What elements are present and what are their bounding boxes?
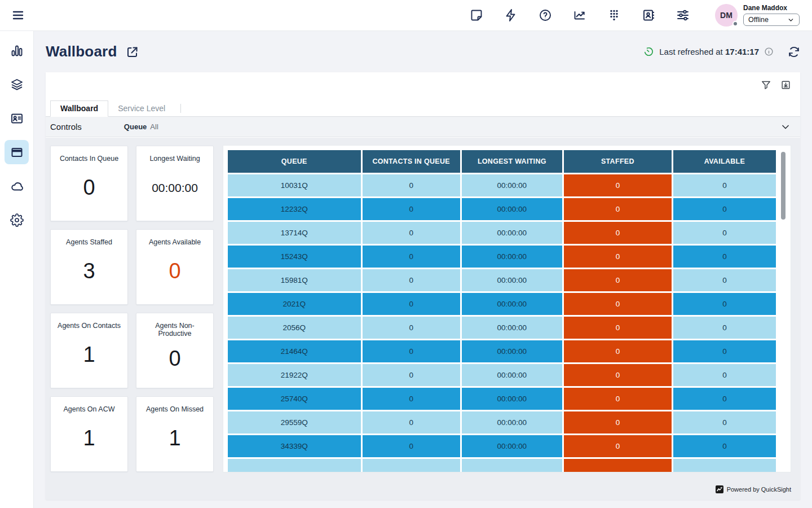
metrics-icon[interactable]	[573, 8, 586, 22]
table-cell	[673, 459, 776, 472]
info-icon[interactable]	[764, 47, 774, 56]
help-icon[interactable]	[539, 8, 552, 22]
kpi-value: 0	[169, 338, 180, 388]
sidebar-item-wallboard[interactable]	[5, 140, 29, 164]
sidebar-item-settings[interactable]	[5, 208, 29, 232]
table-cell: 00:00:00	[462, 340, 562, 362]
table-cell: 0	[673, 246, 776, 268]
kpi-label: Agents On Missed	[143, 405, 207, 413]
filter-icon[interactable]	[761, 80, 771, 90]
tab-wallboard[interactable]: Wallboard	[50, 100, 108, 117]
tab-service-level[interactable]: Service Level	[108, 101, 175, 116]
lightning-icon[interactable]	[504, 8, 518, 22]
quicksight-footer: Powered by QuickSight	[716, 485, 791, 493]
table-cell: 0	[363, 269, 460, 291]
sidebar-item-analytics[interactable]	[5, 38, 29, 63]
avatar[interactable]: DM	[715, 4, 738, 27]
table-header-cell[interactable]: CONTACTS IN QUEUE	[363, 150, 460, 173]
layers-icon	[10, 78, 24, 91]
status-select[interactable]: Offline	[743, 14, 800, 26]
table-cell: 0	[564, 293, 672, 315]
queue-name-cell: 21464Q	[228, 340, 361, 362]
top-bar: DM Dane Maddox Offline	[0, 0, 812, 31]
wallboard-window-icon	[10, 146, 24, 159]
queue-table: QUEUECONTACTS IN QUEUELONGEST WAITINGSTA…	[228, 150, 776, 472]
sidebar-item-contacts[interactable]	[5, 106, 29, 130]
table-cell: 0	[673, 340, 776, 362]
table-cell: 0	[564, 246, 672, 268]
table-cell: 0	[363, 364, 460, 386]
auto-refresh-timer-icon	[643, 46, 654, 57]
powered-by-text: Powered by QuickSight	[727, 486, 791, 493]
table-header-cell[interactable]: AVAILABLE	[673, 150, 776, 173]
table-cell: 0	[363, 317, 460, 339]
table-cell	[462, 459, 562, 472]
queue-name-cell: 12232Q	[228, 198, 361, 220]
topbar-actions: DM Dane Maddox Offline	[470, 4, 812, 27]
queue-name-cell	[228, 459, 361, 472]
table-cell: 0	[363, 435, 460, 457]
queue-filter[interactable]: Queue All	[124, 122, 158, 131]
table-cell: 0	[363, 174, 460, 196]
controls-collapse-chevron-icon[interactable]	[780, 121, 791, 133]
table-cell: 0	[673, 388, 776, 410]
dialpad-icon[interactable]	[607, 8, 621, 22]
last-refreshed-text: Last refreshed at 17:41:17	[659, 47, 759, 56]
table-cell: 00:00:00	[462, 411, 562, 433]
table-cell: 0	[564, 317, 672, 339]
kpi-label: Contacts In Queue	[56, 155, 122, 163]
queue-name-cell: 34339Q	[228, 435, 361, 457]
kpi-value: 1	[83, 413, 95, 471]
table-cell: 0	[564, 222, 672, 244]
kpi-value: 0	[169, 246, 180, 304]
table-cell: 0	[673, 269, 776, 291]
table-header-cell[interactable]: STAFFED	[564, 150, 672, 173]
chevron-down-icon	[787, 16, 795, 24]
sidebar-item-layers[interactable]	[5, 72, 29, 97]
gear-icon	[10, 213, 24, 227]
queue-name-cell: 2056Q	[228, 317, 361, 339]
kpi-card: Agents On Missed1	[136, 396, 214, 472]
table-cell: 00:00:00	[462, 198, 562, 220]
table-cell: 00:00:00	[462, 269, 562, 291]
table-cell: 00:00:00	[462, 388, 562, 410]
download-icon[interactable]	[780, 80, 791, 90]
sidebar-item-cloud[interactable]	[5, 174, 29, 198]
kpi-label: Agents Staffed	[63, 238, 116, 246]
table-cell: 0	[564, 174, 672, 196]
kpi-label: Agents On Contacts	[54, 322, 124, 330]
note-icon[interactable]	[470, 8, 483, 22]
kpi-value: 00:00:00	[152, 163, 198, 221]
kpi-label: Agents Non-Productive	[136, 322, 213, 338]
table-scrollbar[interactable]	[781, 152, 785, 220]
panel-tools	[761, 80, 791, 90]
external-link-icon[interactable]	[126, 45, 139, 59]
kpi-card: Agents Available0	[136, 229, 214, 305]
quicksight-logo-icon	[716, 485, 723, 493]
table-cell	[564, 459, 672, 472]
table-header-cell[interactable]: LONGEST WAITING	[462, 150, 562, 173]
table-cell: 00:00:00	[462, 317, 562, 339]
table-cell: 00:00:00	[462, 174, 562, 196]
user-block: DM Dane Maddox Offline	[715, 4, 800, 27]
sliders-icon[interactable]	[676, 8, 690, 22]
table-cell: 0	[673, 198, 776, 220]
kpi-value: 3	[83, 246, 95, 304]
tab-strip: Wallboard Service Level	[46, 100, 800, 117]
table-cell: 0	[363, 388, 460, 410]
table-cell: 0	[564, 435, 672, 457]
refresh-cluster: Last refreshed at 17:41:17	[643, 46, 800, 58]
controls-title: Controls	[50, 122, 82, 132]
table-cell: 0	[673, 317, 776, 339]
table-cell: 0	[673, 174, 776, 196]
table-cell: 0	[673, 222, 776, 244]
table-header-cell[interactable]: QUEUE	[228, 150, 361, 173]
contact-book-icon[interactable]	[642, 8, 655, 22]
table-cell: 0	[363, 222, 460, 244]
table-cell: 00:00:00	[462, 222, 562, 244]
refresh-icon[interactable]	[788, 46, 800, 58]
id-card-icon	[10, 112, 24, 125]
queue-filter-value: All	[150, 122, 158, 131]
table-cell: 0	[363, 340, 460, 362]
hamburger-menu-icon[interactable]	[7, 4, 29, 27]
